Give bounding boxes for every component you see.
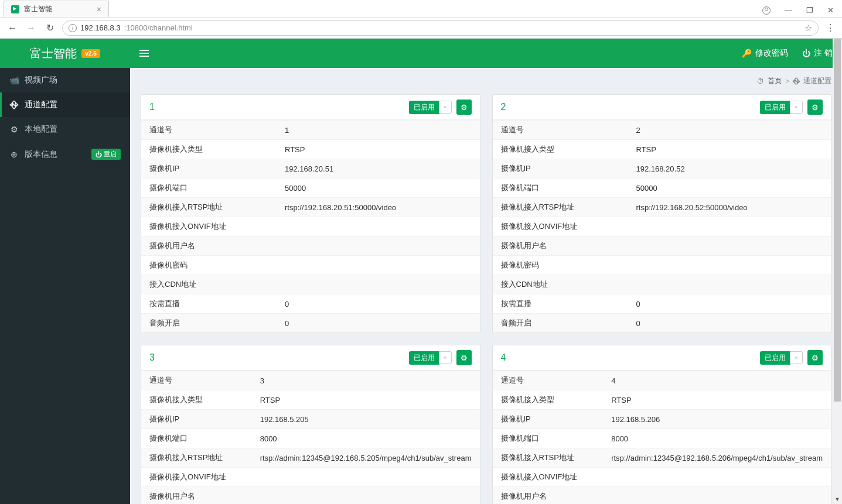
close-icon[interactable]: × [97,5,101,14]
scroll-down-icon[interactable]: ▼ [833,495,842,504]
field-value: 192.168.5.206 [603,410,831,429]
field-value [252,487,480,505]
cog-icon [9,125,19,134]
field-value: 192.168.5.205 [252,410,480,429]
table-row: 音频开启 0 [493,314,831,333]
topbar-links: 修改密码注 销 [742,48,833,59]
gear-icon [461,354,468,362]
field-value [628,275,831,294]
gear-icon [812,103,819,112]
table-row: 摄像机接入ONVIF地址 [493,217,831,236]
field-value: 2 [628,121,831,140]
field-label: 摄像机接入RTSP地址 [141,198,277,217]
field-value [252,468,480,487]
minimize-button[interactable]: — [785,6,792,15]
field-value [628,217,831,236]
site-info-icon[interactable]: i [69,24,77,32]
field-label: 摄像机IP [141,410,252,429]
forward-button[interactable]: → [25,23,38,33]
enable-toggle[interactable]: 已启用 « [409,351,452,365]
field-label: 摄像机接入类型 [493,140,628,159]
url-input[interactable]: i 192.168.8.3:10800/channel.html ☆ [62,20,819,36]
url-path: :10800/channel.html [124,23,193,32]
sidebar-item-1[interactable]: 通道配置 [0,92,130,117]
restart-badge[interactable]: ⏻重启 [91,149,121,160]
channel-panel-1: 1 已启用 « 通道号 1 摄像机接入类型 RTSP 摄像机IP 192.168… [141,94,480,333]
field-value: 192.168.20.51 [277,159,480,179]
table-row: 通道号 1 [141,121,480,140]
settings-button[interactable] [807,350,823,365]
top-link-label: 注 销 [814,48,833,59]
field-label: 摄像机接入类型 [493,390,604,410]
field-value [628,256,831,275]
enable-toggle[interactable]: 已启用 « [760,101,803,114]
field-value: rtsp://admin:12345@192.168.5.206/mpeg4/c… [603,448,831,468]
toggle-label: 已启用 [409,351,439,365]
sidebar-item-0[interactable]: 视频广场 [0,68,130,92]
field-label: 摄像机接入RTSP地址 [493,448,604,468]
field-label: 摄像机端口 [141,429,252,448]
field-label: 接入CDN地址 [493,275,628,294]
table-row: 摄像机端口 50000 [141,179,480,198]
field-value [277,217,480,236]
field-value: RTSP [277,140,480,159]
browser-menu-icon[interactable]: ⋮ [824,22,836,33]
topbar: 修改密码注 销 [130,39,842,68]
toggle-handle: « [790,101,803,114]
field-value: 0 [628,314,831,333]
channel-number: 4 [501,352,506,363]
breadcrumb-home[interactable]: 首页 [768,76,782,86]
top-link-0[interactable]: 修改密码 [742,48,788,59]
channel-table: 通道号 3 摄像机接入类型 RTSP 摄像机IP 192.168.5.205 摄… [141,371,480,504]
table-row: 摄像机端口 50000 [493,179,831,198]
field-label: 摄像机IP [141,159,277,179]
field-label: 摄像机接入类型 [141,390,252,410]
settings-button[interactable] [456,350,472,365]
table-row: 摄像机接入ONVIF地址 [493,468,831,487]
field-value: rtsp://192.168.20.52:50000/video [628,198,831,217]
enable-toggle[interactable]: 已启用 « [760,351,803,365]
panel-controls: 已启用 « [760,350,823,365]
brand-version-badge: v2.5 [81,49,100,58]
vertical-scrollbar[interactable]: ▲ ▼ [833,39,842,504]
settings-button[interactable] [807,100,823,115]
table-row: 通道号 3 [141,371,480,390]
table-row: 摄像机IP 192.168.5.205 [141,410,480,429]
back-button[interactable]: ← [6,23,19,33]
enable-toggle[interactable]: 已启用 « [409,101,452,114]
table-row: 摄像机IP 192.168.20.52 [493,159,831,179]
toggle-label: 已启用 [760,101,790,114]
field-value: RTSP [603,390,831,410]
reload-button[interactable]: ↻ [43,22,56,33]
breadcrumb-sep: > [785,77,789,85]
field-label: 摄像机密码 [141,256,277,275]
user-icon[interactable] [762,6,771,15]
field-label: 摄像机接入ONVIF地址 [141,468,252,487]
tab-title: 富士智能 [24,4,92,14]
table-row: 摄像机用户名 [141,236,480,256]
field-label: 摄像机接入RTSP地址 [141,448,252,468]
browser-tab[interactable]: 富士智能 × [4,1,109,17]
field-label: 音频开启 [141,314,277,333]
sidebar-item-2[interactable]: 本地配置 [0,117,130,142]
field-value: 192.168.20.52 [628,159,831,179]
menu-toggle-icon[interactable] [139,50,149,57]
bookmark-icon[interactable]: ☆ [804,23,812,33]
field-label: 摄像机接入ONVIF地址 [141,217,277,236]
close-button[interactable]: ✕ [827,6,834,15]
scrollbar-thumb[interactable] [834,39,841,402]
browser-tab-strip: 富士智能 × — ❐ ✕ [0,0,842,18]
maximize-button[interactable]: ❐ [806,6,813,15]
table-row: 摄像机接入类型 RTSP [141,390,480,410]
top-link-1[interactable]: 注 销 [802,48,833,59]
field-value [628,236,831,256]
channel-table: 通道号 2 摄像机接入类型 RTSP 摄像机IP 192.168.20.52 摄… [493,120,831,332]
channel-number: 2 [501,102,506,112]
gear-icon [461,103,468,112]
field-label: 摄像机IP [493,410,604,429]
panel-controls: 已启用 « [409,100,472,115]
field-value [603,468,831,487]
sidebar-item-3[interactable]: 版本信息⏻重启 [0,142,130,167]
settings-button[interactable] [456,100,472,115]
table-row: 摄像机接入类型 RTSP [493,140,831,159]
